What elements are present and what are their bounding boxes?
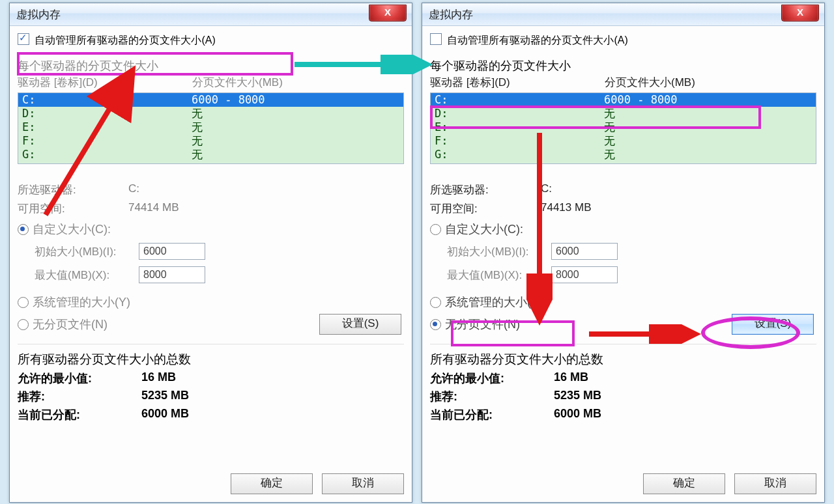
auto-manage-row[interactable]: 自动管理所有驱动器的分页文件大小(A) — [18, 33, 404, 51]
auto-manage-row[interactable]: 自动管理所有驱动器的分页文件大小(A) — [430, 33, 816, 51]
system-managed-radio[interactable] — [18, 297, 29, 308]
ok-button[interactable]: 确定 — [643, 473, 725, 494]
dialog-title: 虚拟内存 — [16, 7, 61, 22]
drive-list-headers: 驱动器 [卷标](D) 分页文件大小(MB) — [18, 75, 404, 90]
no-paging-radio[interactable] — [18, 319, 29, 330]
system-managed-radio-row[interactable]: 系统管理的大小(Y) — [430, 293, 816, 311]
ok-button[interactable]: 确定 — [231, 473, 313, 494]
virtual-memory-dialog-left: 虚拟内存 X 自动管理所有驱动器的分页文件大小(A) 每个驱动器的分页文件大小 … — [9, 3, 412, 503]
initial-size-input[interactable] — [139, 243, 205, 260]
custom-size-radio-row[interactable]: 自定义大小(C): — [18, 220, 404, 238]
initial-size-label: 初始大小(MB)(I): — [35, 244, 139, 259]
custom-size-radio-row[interactable]: 自定义大小(C): — [430, 220, 816, 238]
initial-size-input[interactable] — [551, 243, 618, 260]
free-space-row: 可用空间: 74414 MB — [18, 201, 404, 216]
close-button[interactable]: X — [781, 5, 819, 21]
max-size-label: 最大值(MB)(X): — [447, 268, 551, 283]
drive-row[interactable]: C: 6000 - 8000 — [18, 93, 403, 107]
totals-title: 所有驱动器分页文件大小的总数 — [430, 351, 816, 368]
initial-size-label: 初始大小(MB)(I): — [447, 244, 551, 259]
close-icon: X — [797, 7, 803, 18]
cancel-button[interactable]: 取消 — [734, 473, 816, 494]
set-button[interactable]: 设置(S) — [319, 314, 401, 335]
custom-size-radio[interactable] — [18, 224, 29, 235]
max-size-label: 最大值(MB)(X): — [35, 268, 139, 283]
drive-list[interactable]: C: 6000 - 8000 D: 无 E: 无 F: 无 G: 无 — [18, 92, 404, 164]
max-size-input[interactable] — [139, 266, 205, 283]
cancel-button[interactable]: 取消 — [322, 473, 404, 494]
drive-row[interactable]: C: 6000 - 8000 — [431, 93, 816, 107]
auto-manage-label: 自动管理所有驱动器的分页文件大小(A) — [447, 35, 627, 46]
auto-manage-label: 自动管理所有驱动器的分页文件大小(A) — [35, 35, 215, 46]
drive-row[interactable]: E: 无 — [431, 120, 816, 134]
titlebar[interactable]: 虚拟内存 X — [10, 3, 412, 26]
selected-drive-row: 所选驱动器: C: — [18, 182, 404, 197]
per-drive-label: 每个驱动器的分页文件大小 — [430, 58, 816, 74]
set-button[interactable]: 设置(S) — [732, 314, 814, 335]
drive-list-headers: 驱动器 [卷标](D) 分页文件大小(MB) — [430, 75, 816, 90]
drive-row[interactable]: D: 无 — [18, 107, 403, 120]
header-pagefile: 分页文件大小(MB) — [192, 75, 404, 90]
drive-row[interactable]: D: 无 — [431, 107, 816, 120]
selected-drive-row: 所选驱动器: C: — [430, 182, 816, 197]
drive-list[interactable]: C: 6000 - 8000 D: 无 E: 无 F: 无 G: 无 — [430, 92, 816, 164]
max-size-input[interactable] — [551, 266, 618, 283]
auto-manage-checkbox[interactable] — [18, 33, 29, 45]
dialog-title: 虚拟内存 — [429, 7, 473, 22]
drive-row[interactable]: F: 无 — [18, 134, 403, 148]
close-icon: X — [384, 7, 391, 18]
header-pagefile: 分页文件大小(MB) — [605, 75, 816, 90]
drive-row[interactable]: E: 无 — [18, 120, 403, 134]
drive-row[interactable]: G: 无 — [18, 148, 403, 161]
header-drive: 驱动器 [卷标](D) — [430, 75, 605, 90]
drive-row[interactable]: G: 无 — [431, 148, 816, 161]
drive-row[interactable]: F: 无 — [431, 134, 816, 148]
titlebar[interactable]: 虚拟内存 X — [422, 3, 824, 26]
no-paging-radio[interactable] — [430, 319, 441, 330]
system-managed-radio-row[interactable]: 系统管理的大小(Y) — [18, 293, 404, 311]
virtual-memory-dialog-right: 虚拟内存 X 自动管理所有驱动器的分页文件大小(A) 每个驱动器的分页文件大小 … — [422, 3, 825, 503]
free-space-row: 可用空间: 74413 MB — [430, 201, 816, 216]
no-paging-radio-row[interactable]: 无分页文件(N) 设置(S) — [18, 315, 404, 333]
system-managed-radio[interactable] — [430, 297, 441, 308]
custom-size-radio[interactable] — [430, 224, 441, 235]
auto-manage-checkbox[interactable] — [430, 33, 442, 45]
totals-title: 所有驱动器分页文件大小的总数 — [18, 351, 404, 368]
close-button[interactable]: X — [369, 5, 407, 21]
no-paging-radio-row[interactable]: 无分页文件(N) 设置(S) — [430, 315, 816, 333]
header-drive: 驱动器 [卷标](D) — [18, 75, 192, 90]
per-drive-label: 每个驱动器的分页文件大小 — [18, 58, 404, 74]
